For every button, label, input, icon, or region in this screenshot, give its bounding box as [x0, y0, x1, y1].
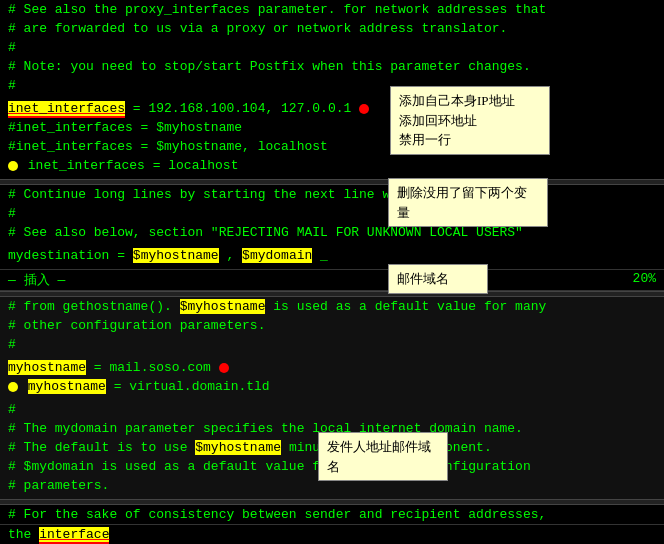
mydomain-comment-1: # [8, 402, 656, 421]
mydomain-comment-3-text-1: # The default is to use [8, 440, 195, 455]
tooltip-myhostname-text: 邮件域名 [397, 271, 449, 286]
myhostname-active-line: myhostname = mail.soso.com [8, 360, 656, 379]
tooltip-mydestination: 删除没用了留下两个变量 [388, 178, 548, 227]
gethostname-comment-1: # from gethostname(). $myhostname is use… [8, 299, 656, 318]
continue-comment-2: # [8, 206, 656, 225]
editor: # See also the proxy_interfaces paramete… [0, 0, 664, 544]
tooltip-myorigin: 发件人地址邮件域名 [318, 432, 448, 481]
mydestination-block: mydestination = $myhostname , $mydomain … [0, 246, 664, 269]
tooltip-mydest-text: 删除没用了留下两个变量 [397, 185, 527, 220]
myhostname-label-hl: myhostname [8, 360, 86, 375]
comment-line-4: # Note: you need to stop/start Postfix w… [8, 59, 656, 78]
mydestination-line: mydestination = $myhostname , $mydomain … [8, 248, 656, 267]
inet-interfaces-label: inet_interfaces [8, 101, 125, 118]
red-dot-1 [359, 104, 369, 114]
comment-line-5: # [8, 78, 656, 97]
inet-interfaces-commented-1: #inet_interfaces = $myhostname [8, 120, 656, 139]
interface-word: interface [39, 527, 109, 544]
continue-comment-1: # Continue long lines by starting the ne… [8, 187, 656, 206]
inet-interfaces-active: inet_interfaces = 192.168.100.104, 127.0… [8, 101, 656, 120]
inet-interfaces-block: inet_interfaces = 192.168.100.104, 127.0… [0, 99, 664, 179]
mydestination-label: mydestination = [8, 248, 133, 263]
yellow-dot-2 [8, 382, 18, 392]
inet-interfaces-commented-2: #inet_interfaces = $myhostname, localhos… [8, 139, 656, 158]
myhostname-var-inline: $myhostname [180, 299, 266, 314]
myhostname-commented-hl: myhostname [28, 379, 106, 394]
bottom-bar: the interface [0, 524, 664, 544]
mydomain-var-1: $mydomain [242, 248, 312, 263]
inet-interfaces-commented-3: inet_interfaces = localhost [8, 158, 656, 177]
section-gethostname: # from gethostname(). $myhostname is use… [0, 297, 664, 358]
mydestination-comma: , [226, 248, 242, 263]
yellow-dot-1 [8, 161, 18, 171]
comment-line-1: # See also the proxy_interfaces paramete… [8, 2, 656, 21]
inet-interfaces-value: = 192.168.100.104, 127.0.0.1 [133, 101, 351, 116]
myhostname-commented: myhostname = virtual.domain.tld [8, 379, 656, 398]
statusbar-1: — 插入 — 20% [0, 269, 664, 291]
continue-comment-3: # See also below, section "REJECTING MAI… [8, 225, 656, 244]
gethostname-text-1: # from gethostname(). [8, 299, 180, 314]
bottom-bar-text: the [8, 527, 39, 542]
tooltip-inet-text: 添加自己本身IP地址添加回环地址禁用一行 [399, 93, 515, 147]
section-continue: # Continue long lines by starting the ne… [0, 185, 664, 246]
red-dot-2 [219, 363, 229, 373]
tooltip-myorigin-text: 发件人地址邮件域名 [327, 439, 431, 474]
section-proxy-comments: # See also the proxy_interfaces paramete… [0, 0, 664, 99]
myhostname-equals: = mail.soso.com [94, 360, 211, 375]
comment-line-2: # are forwarded to us via a proxy or net… [8, 21, 656, 40]
inet-interfaces-commented-3-text: inet_interfaces = localhost [28, 158, 239, 173]
myhostname-var-2: $myhostname [195, 440, 281, 455]
mydestination-underscore: _ [320, 248, 328, 263]
gethostname-comment-2: # other configuration parameters. [8, 318, 656, 337]
scroll-percent: 20% [633, 271, 656, 289]
tooltip-inet-interfaces: 添加自己本身IP地址添加回环地址禁用一行 [390, 86, 550, 155]
comment-line-3: # [8, 40, 656, 59]
myhostname-var-1: $myhostname [133, 248, 219, 263]
myhostname-block: myhostname = mail.soso.com myhostname = … [0, 358, 664, 400]
insert-mode-label: — 插入 — [8, 271, 65, 289]
myhostname-commented-value: = virtual.domain.tld [114, 379, 270, 394]
gethostname-comment-3: # [8, 337, 656, 356]
gethostname-text-2: is used as a default value for many [273, 299, 546, 314]
tooltip-myhostname: 邮件域名 [388, 264, 488, 294]
